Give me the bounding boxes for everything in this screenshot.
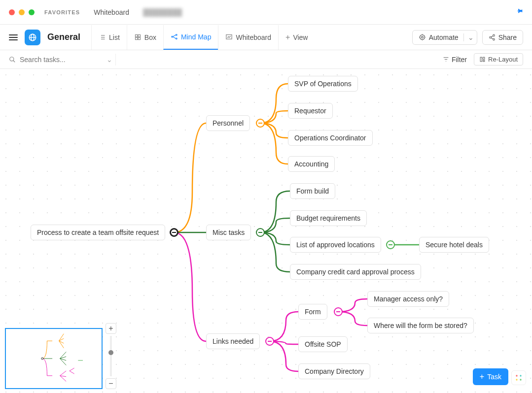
node-requestor[interactable]: Requestor [288,103,333,119]
svg-rect-3 [138,35,140,37]
svg-point-21 [520,375,521,376]
zoom-out-button[interactable]: − [106,378,116,389]
zoom-in-button[interactable]: + [106,323,116,334]
mindmap-root-node[interactable]: Process to create a team offsite request [31,225,165,240]
svg-point-23 [520,379,521,380]
node-misc-tasks[interactable]: Misc tasks [206,225,251,240]
relayout-label: Re-Layout [488,56,518,63]
maximize-window[interactable] [29,9,35,15]
share-label: Share [498,33,517,41]
add-view-label: View [293,33,308,41]
search-bar: ⌄ Filter Re-Layout [0,50,532,69]
svg-rect-2 [135,35,137,37]
plus-icon: + [480,372,484,381]
filter-label: Filter [452,56,467,64]
node-form[interactable]: Form [298,304,327,320]
relayout-button[interactable]: Re-Layout [474,53,523,66]
node-manager-access[interactable]: Manager access only? [367,291,449,307]
svg-point-12 [493,34,495,36]
node-ops-coordinator[interactable]: Operations Coordinator [288,130,373,146]
svg-rect-4 [135,37,137,39]
node-accounting[interactable]: Accounting [288,156,335,172]
collapse-toggle-form[interactable] [334,307,343,316]
minimize-window[interactable] [19,9,25,15]
view-mindmap-label: Mind Map [181,33,211,41]
automate-button[interactable]: Automate ⌄ [412,30,477,45]
view-list-label: List [109,33,120,41]
share-button[interactable]: Share [482,30,523,45]
svg-point-11 [421,36,423,38]
node-company-dir[interactable]: Company Directory [298,363,370,379]
view-box[interactable]: Box [127,25,163,50]
chevron-down-icon[interactable]: ⌄ [106,56,112,64]
divider [115,54,116,66]
new-task-label: Task [487,373,501,381]
svg-point-6 [172,36,173,37]
minimap[interactable] [5,328,103,389]
view-whiteboard-label: Whiteboard [236,33,271,41]
node-offsite-sop[interactable]: Offsite SOP [298,336,348,352]
svg-point-20 [516,375,517,376]
pin-icon[interactable] [516,8,523,17]
view-box-label: Box [144,33,156,41]
new-task-button[interactable]: + Task [473,368,508,385]
node-personnel[interactable]: Personnel [206,115,250,131]
svg-point-8 [176,38,177,39]
space-icon[interactable] [25,30,40,45]
space-title[interactable]: General [47,32,80,42]
svg-point-10 [420,35,425,40]
chevron-down-icon: ⌄ [463,33,474,41]
mindmap-canvas[interactable]: Process to create a team offsite request… [0,69,532,393]
view-whiteboard[interactable]: Whiteboard [218,25,278,50]
svg-point-22 [516,379,517,380]
collapse-toggle-personnel[interactable] [256,119,265,128]
apps-button[interactable] [511,370,526,385]
view-mindmap[interactable]: Mind Map [163,25,218,50]
traffic-lights [9,9,35,15]
svg-point-15 [10,57,14,61]
svg-point-13 [489,36,491,38]
filter-button[interactable]: Filter [443,56,467,64]
tab-redacted[interactable]: ████████ [143,8,182,16]
view-tabs: List Box Mind Map Whiteboard + View [91,25,315,50]
collapse-toggle-misc[interactable] [256,228,265,237]
svg-point-7 [176,34,177,36]
close-window[interactable] [9,9,15,15]
view-list[interactable]: List [91,25,127,50]
window-tabbar: FAVORITES Whiteboard ████████ [0,0,532,25]
menu-button[interactable] [9,34,18,40]
svg-rect-5 [138,37,140,39]
search-icon [9,56,16,63]
zoom-slider[interactable] [110,336,112,376]
node-budget[interactable]: Budget requirements [290,210,367,226]
node-svp-operations[interactable]: SVP of Operations [288,76,358,92]
tab-whiteboard[interactable]: Whiteboard [94,8,129,16]
collapse-toggle-locations[interactable] [386,240,395,249]
search-input[interactable] [20,56,89,64]
toolbar: General List Box Mind Map Whiteboard + V… [0,25,532,50]
add-view[interactable]: + View [278,25,315,50]
zoom-control: + − [106,323,116,389]
favorites-label: FAVORITES [44,9,80,15]
node-hotel-deals[interactable]: Secure hotel deals [419,237,489,253]
svg-point-19 [41,358,43,360]
zoom-handle[interactable] [108,350,113,355]
svg-point-14 [493,38,495,40]
search-box[interactable]: ⌄ [9,56,112,64]
node-form-build[interactable]: Form build [290,183,335,199]
plus-icon: + [285,33,290,42]
node-cc-approval[interactable]: Company credit card approval process [290,264,421,280]
collapse-toggle-links[interactable] [265,337,274,346]
collapse-toggle-root[interactable] [170,228,178,237]
automate-label: Automate [429,33,459,41]
svg-rect-16 [480,57,482,62]
node-form-storage[interactable]: Where will the form be stored? [367,318,474,333]
svg-rect-17 [483,57,485,59]
svg-rect-18 [483,61,485,62]
node-locations[interactable]: List of approved locations [290,237,381,253]
node-links-needed[interactable]: Links needed [206,333,260,349]
